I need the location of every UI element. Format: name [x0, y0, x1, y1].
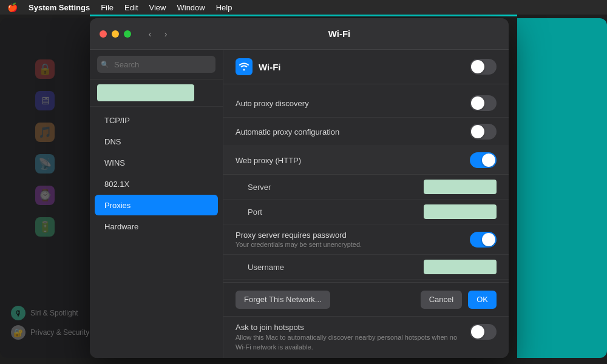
traffic-lights [100, 30, 131, 38]
bg-icon-6: 🔋 [35, 217, 55, 237]
search-wrap [97, 56, 215, 73]
web-proxy-row: Web proxy (HTTP) [223, 146, 509, 175]
accent-bar [90, 15, 517, 16]
username-label: Username [248, 263, 424, 272]
menubar-view[interactable]: View [149, 3, 166, 12]
titlebar: ‹ › Wi-Fi [90, 18, 509, 50]
proxy-password-label: Proxy server requires password [236, 231, 470, 240]
port-input[interactable] [424, 204, 497, 219]
bottom-sidebar-icons: 🎙 Siri & Spotlight 🔐 Privacy & Security [11, 306, 89, 340]
menubar-edit[interactable]: Edit [124, 3, 138, 12]
siri-icon: 🎙 [11, 306, 25, 320]
nav-item-tcpip[interactable]: TCP/IP [95, 110, 218, 130]
wifi-label: Wi-Fi [259, 62, 464, 72]
hotspots-title: Ask to join hotspots [236, 323, 464, 332]
nav-list: TCP/IP DNS WINS 802.1X Proxies Hardware [90, 107, 223, 358]
menubar-window[interactable]: Window [177, 3, 205, 12]
auto-proxy-config-label: Automatic proxy configuration [236, 127, 470, 136]
port-label: Port [248, 207, 424, 217]
main-layout: TCP/IP DNS WINS 802.1X Proxies Hardware [90, 50, 509, 358]
settings-scroll[interactable]: Auto proxy discovery Automatic proxy con… [223, 84, 509, 282]
nav-item-dns[interactable]: DNS [95, 131, 218, 152]
web-proxy-label: Web proxy (HTTP) [236, 156, 470, 165]
hotspots-section: Ask to join hotspots Allow this Mac to a… [223, 316, 509, 358]
menubar-help[interactable]: Help [216, 3, 232, 12]
proxy-password-toggle[interactable] [470, 232, 497, 248]
search-container [90, 50, 223, 79]
auto-proxy-discovery-row: Auto proxy discovery [223, 89, 509, 118]
bottom-bar: Forget This Network... Cancel OK [223, 282, 509, 316]
bg-icon-5: ⌚ [35, 186, 55, 205]
auto-proxy-discovery-toggle[interactable] [470, 95, 497, 111]
wifi-header: Wi-Fi [223, 50, 509, 84]
menubar-app-name[interactable]: System Settings [29, 3, 90, 12]
privacy-label: Privacy & Security [30, 328, 89, 337]
main-window: ‹ › Wi-Fi TCP/IP DNS [90, 18, 509, 358]
auto-proxy-discovery-label: Auto proxy discovery [236, 99, 470, 108]
right-panel [517, 18, 607, 358]
bg-icon-3: 🎵 [35, 123, 55, 142]
auto-proxy-config-row: Automatic proxy configuration [223, 118, 509, 146]
proxy-password-label-wrap: Proxy server requires password Your cred… [236, 231, 470, 248]
bg-icon-4: 📡 [35, 154, 55, 174]
network-name-input[interactable] [97, 84, 194, 101]
nav-item-wins[interactable]: WINS [95, 152, 218, 173]
port-row: Port [223, 200, 509, 224]
hotspots-desc: Allow this Mac to automatically discover… [236, 333, 464, 352]
search-input[interactable] [97, 56, 215, 73]
forward-button[interactable]: › [159, 27, 172, 41]
siri-label: Siri & Spotlight [30, 309, 78, 317]
forget-button[interactable]: Forget This Network... [236, 291, 330, 309]
bg-icon-2: 🖥 [35, 91, 55, 110]
privacy-icon: 🔐 [11, 325, 25, 340]
menubar: 🍎 System Settings File Edit View Window … [0, 0, 607, 15]
proxy-password-sub: Your credentials may be sent unencrypted… [236, 241, 470, 248]
nav-item-hardware[interactable]: Hardware [95, 216, 218, 237]
nav-buttons: ‹ › [143, 27, 172, 41]
server-row: Server [223, 175, 509, 200]
minimize-button[interactable] [112, 30, 119, 38]
window-title: Wi-Fi [180, 29, 499, 39]
web-proxy-toggle[interactable] [470, 152, 497, 168]
back-button[interactable]: ‹ [143, 27, 157, 41]
menubar-file[interactable]: File [101, 3, 114, 12]
bg-icon-1: 🔒 [35, 59, 55, 79]
content-panel: Wi-Fi Auto proxy discovery Automatic pro… [223, 50, 509, 358]
proxy-password-row: Proxy server requires password Your cred… [223, 224, 509, 255]
nav-item-proxies[interactable]: Proxies [95, 195, 218, 215]
wifi-toggle-knob [471, 60, 484, 73]
sidebar: TCP/IP DNS WINS 802.1X Proxies Hardware [90, 50, 223, 358]
network-item [90, 79, 223, 107]
server-label: Server [248, 183, 424, 192]
wifi-icon [236, 58, 253, 75]
auto-proxy-config-toggle[interactable] [470, 124, 497, 140]
hotspots-toggle[interactable] [470, 324, 497, 340]
nav-item-802x[interactable]: 802.1X [95, 174, 218, 194]
maximize-button[interactable] [124, 30, 131, 38]
ok-button[interactable]: OK [468, 291, 497, 309]
username-input[interactable] [424, 260, 497, 274]
username-row: Username [223, 255, 509, 280]
wifi-main-toggle[interactable] [470, 59, 497, 75]
apple-menu[interactable]: 🍎 [7, 2, 18, 12]
server-input[interactable] [424, 180, 497, 194]
close-button[interactable] [100, 30, 107, 38]
cancel-button[interactable]: Cancel [421, 291, 462, 309]
